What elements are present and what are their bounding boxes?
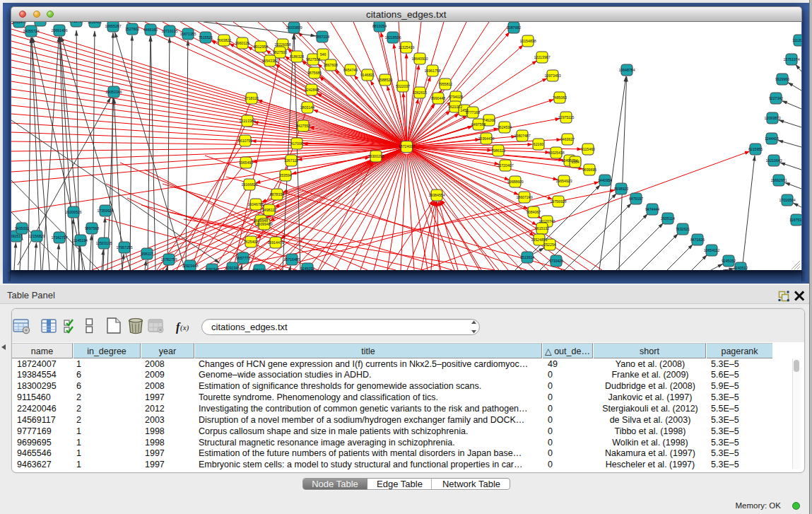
svg-text:2935114: 2935114 bbox=[661, 216, 675, 221]
svg-text:15716485: 15716485 bbox=[283, 257, 300, 262]
svg-text:15720407: 15720407 bbox=[497, 163, 513, 168]
svg-text:9960125: 9960125 bbox=[235, 41, 249, 45]
svg-text:1167533: 1167533 bbox=[789, 218, 804, 222]
svg-text:3267110: 3267110 bbox=[284, 158, 298, 163]
svg-text:18724007: 18724007 bbox=[399, 144, 415, 148]
svg-text:9084067: 9084067 bbox=[526, 210, 541, 214]
svg-text:6497568: 6497568 bbox=[471, 122, 486, 127]
svg-text:17359924: 17359924 bbox=[97, 209, 113, 213]
svg-text:1733426: 1733426 bbox=[549, 259, 563, 263]
svg-text:1244415: 1244415 bbox=[765, 136, 779, 141]
svg-text:9777169: 9777169 bbox=[466, 110, 480, 115]
svg-text:16033809: 16033809 bbox=[286, 25, 302, 30]
svg-text:7663822: 7663822 bbox=[217, 38, 231, 42]
svg-text:24055724: 24055724 bbox=[23, 29, 39, 33]
svg-text:20691406: 20691406 bbox=[51, 28, 67, 33]
svg-text:1145194: 1145194 bbox=[73, 238, 88, 243]
svg-text:16671355: 16671355 bbox=[180, 32, 196, 36]
svg-text:13524851: 13524851 bbox=[531, 238, 547, 242]
svg-text:6466160: 6466160 bbox=[143, 28, 158, 32]
svg-text:15692971: 15692971 bbox=[770, 178, 787, 182]
svg-text:3875685: 3875685 bbox=[307, 71, 322, 75]
svg-text:7986322: 7986322 bbox=[491, 148, 505, 153]
svg-text:8990448: 8990448 bbox=[431, 96, 445, 100]
svg-text:417006: 417006 bbox=[290, 141, 302, 146]
svg-text:1615132: 1615132 bbox=[535, 226, 549, 230]
svg-text:353594: 353594 bbox=[279, 173, 291, 177]
svg-text:1588520: 1588520 bbox=[378, 78, 392, 82]
svg-text:16046786: 16046786 bbox=[247, 202, 264, 206]
svg-text:9329966: 9329966 bbox=[775, 77, 789, 81]
svg-text:8878334: 8878334 bbox=[270, 192, 284, 197]
svg-text:16914479: 16914479 bbox=[267, 240, 283, 245]
svg-text:10807487: 10807487 bbox=[514, 134, 530, 138]
svg-text:17957255: 17957255 bbox=[116, 245, 132, 250]
svg-text:546: 546 bbox=[320, 52, 326, 57]
svg-text:1965493: 1965493 bbox=[239, 160, 253, 165]
svg-text:746266: 746266 bbox=[483, 118, 495, 122]
svg-text:11325419: 11325419 bbox=[399, 45, 415, 49]
svg-text:9474444: 9474444 bbox=[645, 207, 659, 211]
svg-text:9498222: 9498222 bbox=[262, 208, 276, 212]
svg-text:5322037: 5322037 bbox=[396, 84, 410, 88]
svg-text:7515526: 7515526 bbox=[199, 35, 213, 40]
svg-text:9463627: 9463627 bbox=[560, 137, 575, 141]
svg-text:19654923: 19654923 bbox=[555, 179, 572, 183]
svg-text:10654112: 10654112 bbox=[704, 248, 720, 252]
svg-text:19218506: 19218506 bbox=[384, 35, 401, 40]
svg-text:8454749: 8454749 bbox=[343, 68, 358, 72]
svg-text:6794028: 6794028 bbox=[449, 95, 463, 99]
svg-text:7625402: 7625402 bbox=[244, 240, 258, 244]
svg-text:9115460: 9115460 bbox=[581, 147, 595, 151]
svg-text:19166825: 19166825 bbox=[241, 182, 257, 187]
svg-text:8912954: 8912954 bbox=[254, 45, 268, 49]
svg-text:10154838: 10154838 bbox=[519, 39, 536, 43]
svg-text:10025438: 10025438 bbox=[548, 151, 564, 155]
svg-text:2803144: 2803144 bbox=[300, 105, 314, 110]
svg-text:12213967: 12213967 bbox=[534, 55, 550, 59]
svg-text:16782759: 16782759 bbox=[160, 257, 177, 262]
svg-text:2718126: 2718126 bbox=[245, 96, 259, 100]
svg-text:7632621: 7632621 bbox=[676, 227, 690, 231]
svg-text:1610755: 1610755 bbox=[238, 139, 252, 143]
svg-text:16099489: 16099489 bbox=[256, 222, 272, 226]
svg-text:16120746: 16120746 bbox=[539, 219, 555, 223]
svg-text:391517: 391517 bbox=[10, 234, 22, 238]
svg-text:62160: 62160 bbox=[534, 142, 544, 146]
svg-text:12213389: 12213389 bbox=[239, 119, 255, 123]
svg-text:20364436: 20364436 bbox=[478, 136, 494, 141]
svg-text:7485063: 7485063 bbox=[553, 95, 567, 100]
svg-text:9584: 9584 bbox=[571, 160, 579, 164]
svg-text:20206526: 20206526 bbox=[65, 210, 81, 214]
svg-text:9240512: 9240512 bbox=[734, 266, 748, 270]
svg-text:10688609: 10688609 bbox=[507, 180, 523, 184]
svg-text:9657771: 9657771 bbox=[236, 256, 250, 260]
svg-text:19384554: 19384554 bbox=[428, 193, 445, 197]
svg-text:16961758: 16961758 bbox=[424, 69, 440, 73]
svg-text:1513614: 1513614 bbox=[520, 255, 534, 259]
svg-text:7955812: 7955812 bbox=[438, 82, 452, 86]
svg-text:8215955: 8215955 bbox=[748, 147, 763, 151]
svg-text:9435001: 9435001 bbox=[15, 226, 29, 230]
svg-text:6479197: 6479197 bbox=[629, 197, 643, 201]
svg-text:17342737: 17342737 bbox=[51, 235, 67, 240]
svg-text:1092345: 1092345 bbox=[225, 266, 240, 270]
svg-text:16543382: 16543382 bbox=[261, 59, 278, 63]
svg-text:9146821: 9146821 bbox=[360, 73, 375, 77]
svg-text:12923448: 12923448 bbox=[182, 264, 198, 268]
svg-text:18300295: 18300295 bbox=[367, 154, 384, 158]
svg-text:8938923: 8938923 bbox=[614, 187, 628, 191]
svg-text:9827500: 9827500 bbox=[273, 50, 287, 54]
svg-text:1527602: 1527602 bbox=[125, 27, 139, 31]
svg-text:15751074: 15751074 bbox=[783, 57, 799, 62]
svg-text:(x): (x) bbox=[180, 323, 189, 332]
svg-text:3624534: 3624534 bbox=[498, 125, 512, 129]
svg-text:10719135: 10719135 bbox=[161, 29, 177, 33]
svg-text:8471626: 8471626 bbox=[690, 238, 705, 242]
svg-text:8813054: 8813054 bbox=[372, 24, 387, 28]
svg-text:9827508: 9827508 bbox=[306, 57, 320, 62]
svg-text:7857224: 7857224 bbox=[315, 35, 329, 39]
svg-text:18607249: 18607249 bbox=[516, 195, 532, 199]
svg-text:10655267: 10655267 bbox=[105, 24, 121, 28]
svg-text:12975115: 12975115 bbox=[558, 115, 575, 119]
